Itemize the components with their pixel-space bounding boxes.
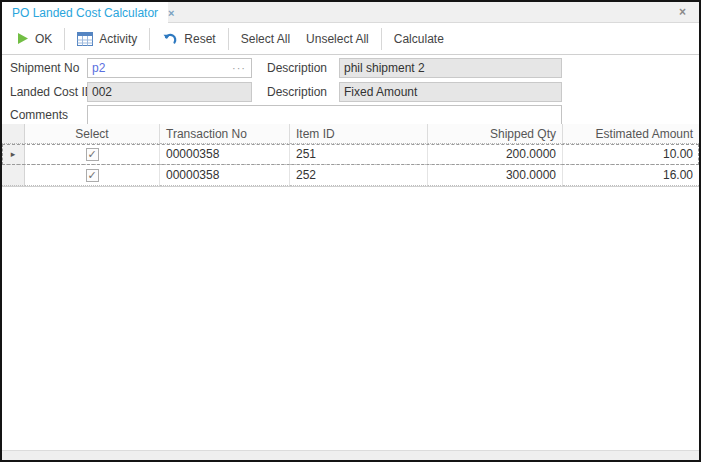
tab-title: PO Landed Cost Calculator (12, 6, 158, 20)
description-label-1: Description (267, 61, 327, 75)
select-cell (25, 144, 160, 165)
lookup-ellipsis-button[interactable]: ··· (232, 62, 251, 74)
select-all-button[interactable]: Select All (233, 27, 298, 51)
toolbar-separator (381, 28, 382, 50)
shipment-no-input[interactable] (88, 61, 232, 75)
col-header-estimated-amount[interactable]: Estimated Amount (563, 124, 699, 144)
toolbar-separator (64, 28, 65, 50)
row-select-checkbox[interactable] (86, 169, 99, 182)
col-header-select[interactable]: Select (25, 124, 160, 144)
col-header-item-id[interactable]: Item ID (290, 124, 428, 144)
tab-po-landed-cost-calculator[interactable]: PO Landed Cost Calculator × (2, 2, 168, 24)
description-label-2: Description (267, 85, 327, 99)
shipped-qty-cell: 200.0000 (428, 144, 563, 165)
comments-label: Comments (10, 108, 68, 122)
landed-cost-id-field: 002 (87, 82, 252, 102)
table-icon (77, 32, 93, 46)
row-select-checkbox[interactable] (86, 148, 99, 161)
activity-button-label: Activity (99, 32, 137, 46)
transactions-grid: Select Transaction No Item ID Shipped Qt… (2, 124, 699, 187)
col-header-shipped-qty[interactable]: Shipped Qty (428, 124, 563, 144)
transaction-no-cell: 00000358 (160, 165, 290, 186)
ok-button[interactable]: OK (8, 27, 60, 51)
table-row[interactable]: ▸ 00000358 251 200.0000 10.00 (2, 144, 699, 165)
unselect-all-button-label: Unselect All (306, 32, 369, 46)
ok-button-label: OK (35, 32, 52, 46)
shipment-no-label: Shipment No (10, 61, 79, 75)
landed-cost-description-value: Fixed Amount (340, 85, 421, 99)
item-id-cell: 252 (290, 165, 428, 186)
row-indicator (2, 165, 25, 186)
shipment-description-field: phil shipment 2 (339, 58, 562, 78)
po-landed-cost-calculator-window: × PO Landed Cost Calculator × OK (0, 0, 701, 462)
transaction-no-cell: 00000358 (160, 144, 290, 165)
estimated-amount-cell: 10.00 (563, 144, 699, 165)
reset-button[interactable]: Reset (154, 27, 223, 51)
estimated-amount-cell: 16.00 (563, 165, 699, 186)
focused-row-indicator-icon: ▸ (2, 144, 25, 165)
unselect-all-button[interactable]: Unselect All (298, 27, 377, 51)
row-indicator-header (2, 124, 25, 144)
comments-field[interactable] (87, 105, 562, 125)
landed-cost-description-field: Fixed Amount (339, 82, 562, 102)
toolbar-separator (149, 28, 150, 50)
tab-close-icon[interactable]: × (168, 7, 174, 19)
toolbar: OK Activity (2, 23, 699, 55)
table-row[interactable]: 00000358 252 300.0000 16.00 (2, 165, 699, 186)
calculate-button-label: Calculate (394, 32, 444, 46)
shipped-qty-cell: 300.0000 (428, 165, 563, 186)
select-all-button-label: Select All (241, 32, 290, 46)
landed-cost-id-value: 002 (88, 85, 116, 99)
calculate-button[interactable]: Calculate (386, 27, 452, 51)
grid-header-row: Select Transaction No Item ID Shipped Qt… (2, 124, 699, 144)
comments-input[interactable] (88, 108, 561, 122)
landed-cost-id-label: Landed Cost ID (10, 85, 93, 99)
undo-arrow-icon (162, 32, 178, 46)
item-id-cell: 251 (290, 144, 428, 165)
play-icon (16, 32, 29, 45)
shipment-no-field[interactable]: ··· (87, 58, 252, 78)
shipment-description-value: phil shipment 2 (340, 61, 429, 75)
col-header-transaction-no[interactable]: Transaction No (160, 124, 290, 144)
close-icon[interactable]: × (679, 5, 686, 19)
toolbar-separator (228, 28, 229, 50)
bottom-status-strip (2, 450, 699, 460)
select-cell (25, 165, 160, 186)
reset-button-label: Reset (184, 32, 215, 46)
activity-button[interactable]: Activity (69, 27, 145, 51)
